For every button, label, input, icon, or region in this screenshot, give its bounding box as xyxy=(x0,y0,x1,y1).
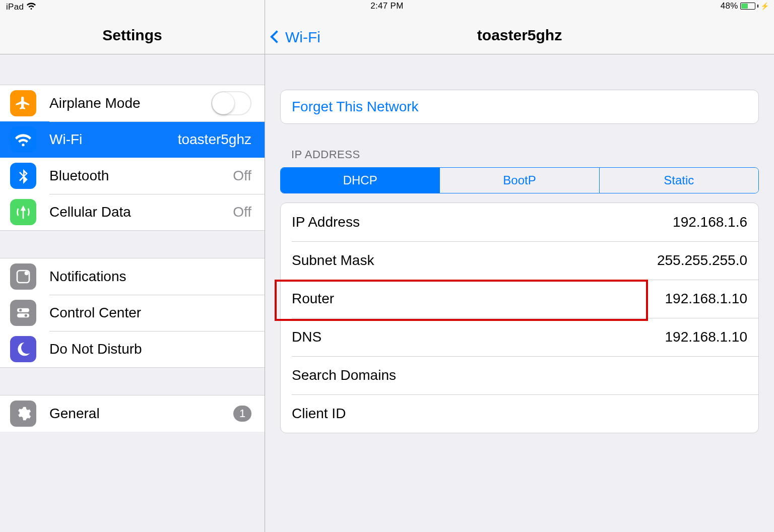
wifi-status-icon xyxy=(27,1,36,13)
sidebar-group-connectivity: Airplane Mode Wi-Fi toaster5ghz Bluetoot… xyxy=(0,85,265,231)
sidebar-item-cellular-data[interactable]: Cellular Data Off xyxy=(0,194,265,230)
row-label: Wi-Fi xyxy=(49,131,82,148)
row-label: Control Center xyxy=(49,305,141,321)
svg-point-5 xyxy=(25,314,27,317)
sidebar-item-wifi[interactable]: Wi-Fi toaster5ghz xyxy=(0,121,265,158)
cellular-icon xyxy=(10,199,36,225)
detail-title: toaster5ghz xyxy=(477,27,562,44)
row-value: Off xyxy=(233,204,265,220)
svg-point-3 xyxy=(19,309,22,311)
ip-details-table: IP Address 192.168.1.6 Subnet Mask 255.2… xyxy=(280,203,662,433)
bluetooth-icon xyxy=(10,163,36,189)
row-dns[interactable]: DNS 192.168.1.10 xyxy=(281,318,662,356)
row-label: Airplane Mode xyxy=(49,95,141,111)
row-label: Client ID xyxy=(292,406,346,422)
row-label: Search Domains xyxy=(292,367,396,383)
sidebar-item-do-not-disturb[interactable]: Do Not Disturb xyxy=(0,331,265,367)
row-subnet-mask[interactable]: Subnet Mask 255.255.255.0 xyxy=(281,241,662,280)
airplane-icon xyxy=(10,90,36,116)
control-center-icon xyxy=(10,300,36,326)
row-label: DNS xyxy=(292,329,321,345)
settings-sidebar: Settings Airplane Mode Wi-Fi toaster5 xyxy=(0,0,265,455)
back-label: Wi-Fi xyxy=(285,29,320,46)
segment-dhcp[interactable]: DHCP xyxy=(281,168,439,193)
notifications-icon xyxy=(10,263,36,290)
svg-rect-4 xyxy=(17,313,29,317)
sidebar-title: Settings xyxy=(102,27,162,44)
sidebar-item-airplane-mode[interactable]: Airplane Mode xyxy=(0,85,265,121)
status-bar: iPad 2:47 PM 48% ⚡ xyxy=(0,0,662,12)
row-label: Do Not Disturb xyxy=(49,341,142,357)
row-value: toaster5ghz xyxy=(178,131,265,148)
device-name: iPad xyxy=(6,2,24,12)
forget-network-button[interactable]: Forget This Network xyxy=(281,90,662,123)
row-label: Cellular Data xyxy=(49,204,131,220)
row-value: Off xyxy=(233,168,265,184)
ip-mode-segmented: DHCP BootP Static xyxy=(280,167,662,193)
row-client-id[interactable]: Client ID xyxy=(281,394,662,433)
sidebar-group-notifications: Notifications Control Center Do Not Dist… xyxy=(0,258,265,368)
gear-icon xyxy=(10,401,36,427)
forget-network-card: Forget This Network xyxy=(280,90,662,124)
status-left: iPad xyxy=(6,1,36,13)
row-label: Subnet Mask xyxy=(292,252,374,269)
chevron-left-icon xyxy=(270,30,283,43)
back-button[interactable]: Wi-Fi xyxy=(272,29,320,46)
sidebar-item-control-center[interactable]: Control Center xyxy=(0,295,265,331)
general-badge: 1 xyxy=(233,406,251,422)
sidebar-item-bluetooth[interactable]: Bluetooth Off xyxy=(0,158,265,194)
row-router[interactable]: Router 192.168.1.10 xyxy=(281,280,662,318)
detail-pane: Wi-Fi toaster5ghz Forget This Network IP… xyxy=(265,0,662,455)
row-ip-address[interactable]: IP Address 192.168.1.6 xyxy=(281,203,662,241)
forget-network-label: Forget This Network xyxy=(292,99,419,115)
section-header-ip: IP ADDRESS xyxy=(291,148,662,161)
row-label: Notifications xyxy=(49,269,126,285)
wifi-icon xyxy=(10,126,36,153)
row-label: Bluetooth xyxy=(49,168,109,184)
segment-static[interactable]: Static xyxy=(599,168,662,193)
row-label: Router xyxy=(292,291,334,307)
sidebar-item-general[interactable]: General 1 xyxy=(0,395,265,432)
sidebar-item-notifications[interactable]: Notifications xyxy=(0,258,265,295)
svg-point-1 xyxy=(25,271,29,275)
row-label: IP Address xyxy=(292,214,360,230)
status-time: 2:47 PM xyxy=(0,1,662,11)
row-value: 255.255.255.0 xyxy=(657,252,662,269)
row-search-domains[interactable]: Search Domains xyxy=(281,356,662,394)
segment-bootp[interactable]: BootP xyxy=(439,168,599,193)
row-label: General xyxy=(49,406,100,422)
svg-rect-2 xyxy=(17,308,29,312)
sidebar-group-general: General 1 xyxy=(0,395,265,432)
airplane-mode-switch[interactable] xyxy=(211,91,251,115)
moon-icon xyxy=(10,336,36,362)
